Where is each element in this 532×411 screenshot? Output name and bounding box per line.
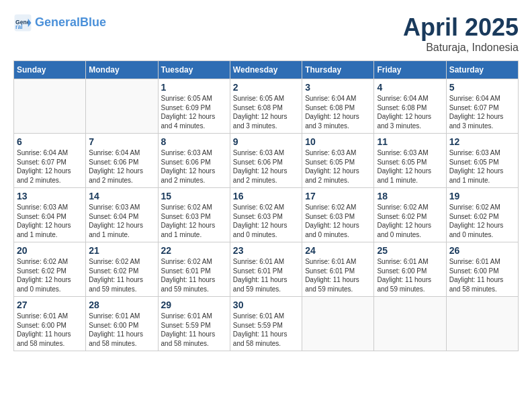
logo: Gene ral GeneralBlue bbox=[13, 13, 106, 32]
day-number: 12 bbox=[449, 136, 515, 147]
day-number: 23 bbox=[233, 245, 299, 256]
day-info: Sunrise: 6:04 AM Sunset: 6:07 PM Dayligh… bbox=[17, 148, 83, 185]
table-row: 5Sunrise: 6:04 AM Sunset: 6:07 PM Daylig… bbox=[446, 79, 518, 134]
table-row: 23Sunrise: 6:01 AM Sunset: 6:01 PM Dayli… bbox=[230, 242, 302, 297]
day-number: 10 bbox=[305, 136, 371, 147]
table-row: 20Sunrise: 6:02 AM Sunset: 6:02 PM Dayli… bbox=[14, 242, 86, 297]
table-row: 24Sunrise: 6:01 AM Sunset: 6:01 PM Dayli… bbox=[302, 242, 374, 297]
table-row: 27Sunrise: 6:01 AM Sunset: 6:00 PM Dayli… bbox=[14, 297, 86, 351]
logo-icon: Gene ral bbox=[13, 13, 32, 32]
day-number: 22 bbox=[161, 245, 227, 256]
table-row: 28Sunrise: 6:01 AM Sunset: 6:00 PM Dayli… bbox=[86, 297, 158, 351]
day-number: 17 bbox=[305, 191, 371, 201]
table-row: 17Sunrise: 6:02 AM Sunset: 6:03 PM Dayli… bbox=[302, 188, 374, 242]
header-monday: Monday bbox=[86, 61, 158, 79]
table-row: 12Sunrise: 6:03 AM Sunset: 6:05 PM Dayli… bbox=[446, 134, 518, 188]
day-number: 25 bbox=[377, 245, 443, 256]
table-row bbox=[14, 79, 86, 134]
day-info: Sunrise: 6:01 AM Sunset: 6:00 PM Dayligh… bbox=[377, 257, 443, 293]
day-info: Sunrise: 6:05 AM Sunset: 6:08 PM Dayligh… bbox=[233, 94, 299, 130]
header-sunday: Sunday bbox=[14, 61, 86, 79]
logo-line1: General bbox=[35, 15, 80, 29]
calendar-body: 1Sunrise: 6:05 AM Sunset: 6:09 PM Daylig… bbox=[14, 79, 519, 351]
calendar-header-row: Sunday Monday Tuesday Wednesday Thursday… bbox=[14, 61, 519, 79]
calendar-week-4: 20Sunrise: 6:02 AM Sunset: 6:02 PM Dayli… bbox=[14, 242, 519, 297]
table-row: 10Sunrise: 6:03 AM Sunset: 6:05 PM Dayli… bbox=[302, 134, 374, 188]
day-info: Sunrise: 6:01 AM Sunset: 5:59 PM Dayligh… bbox=[161, 312, 227, 348]
day-info: Sunrise: 6:03 AM Sunset: 6:04 PM Dayligh… bbox=[17, 203, 83, 239]
table-row: 6Sunrise: 6:04 AM Sunset: 6:07 PM Daylig… bbox=[14, 134, 86, 188]
day-number: 3 bbox=[305, 82, 371, 93]
day-number: 28 bbox=[89, 300, 154, 310]
day-number: 4 bbox=[377, 82, 443, 93]
table-row: 14Sunrise: 6:03 AM Sunset: 6:04 PM Dayli… bbox=[86, 188, 158, 242]
table-row: 3Sunrise: 6:04 AM Sunset: 6:08 PM Daylig… bbox=[302, 79, 374, 134]
table-row: 29Sunrise: 6:01 AM Sunset: 5:59 PM Dayli… bbox=[158, 297, 230, 351]
calendar-table: Sunday Monday Tuesday Wednesday Thursday… bbox=[13, 60, 519, 351]
day-number: 7 bbox=[89, 136, 154, 147]
day-info: Sunrise: 6:03 AM Sunset: 6:06 PM Dayligh… bbox=[233, 148, 299, 185]
month-title: April 2025 bbox=[403, 13, 519, 42]
table-row: 1Sunrise: 6:05 AM Sunset: 6:09 PM Daylig… bbox=[158, 79, 230, 134]
table-row: 16Sunrise: 6:02 AM Sunset: 6:03 PM Dayli… bbox=[230, 188, 302, 242]
day-number: 20 bbox=[17, 245, 83, 256]
day-info: Sunrise: 6:01 AM Sunset: 6:00 PM Dayligh… bbox=[17, 312, 83, 348]
day-info: Sunrise: 6:02 AM Sunset: 6:03 PM Dayligh… bbox=[161, 203, 227, 239]
day-info: Sunrise: 6:05 AM Sunset: 6:09 PM Dayligh… bbox=[161, 94, 227, 130]
day-info: Sunrise: 6:03 AM Sunset: 6:05 PM Dayligh… bbox=[377, 148, 443, 185]
header-wednesday: Wednesday bbox=[230, 61, 302, 79]
day-info: Sunrise: 6:01 AM Sunset: 6:00 PM Dayligh… bbox=[89, 312, 154, 348]
location-subtitle: Baturaja, Indonesia bbox=[403, 42, 519, 54]
day-info: Sunrise: 6:02 AM Sunset: 6:02 PM Dayligh… bbox=[449, 203, 515, 239]
table-row bbox=[86, 79, 158, 134]
day-info: Sunrise: 6:02 AM Sunset: 6:03 PM Dayligh… bbox=[233, 203, 299, 239]
day-number: 27 bbox=[17, 300, 83, 310]
svg-text:ral: ral bbox=[15, 24, 22, 30]
day-info: Sunrise: 6:01 AM Sunset: 6:01 PM Dayligh… bbox=[305, 257, 371, 293]
day-number: 29 bbox=[161, 300, 227, 310]
day-number: 18 bbox=[377, 191, 443, 201]
header-friday: Friday bbox=[374, 61, 446, 79]
calendar-week-3: 13Sunrise: 6:03 AM Sunset: 6:04 PM Dayli… bbox=[14, 188, 519, 242]
day-info: Sunrise: 6:03 AM Sunset: 6:05 PM Dayligh… bbox=[305, 148, 371, 185]
day-number: 19 bbox=[449, 191, 515, 201]
day-info: Sunrise: 6:02 AM Sunset: 6:01 PM Dayligh… bbox=[161, 257, 227, 293]
calendar-week-2: 6Sunrise: 6:04 AM Sunset: 6:07 PM Daylig… bbox=[14, 134, 519, 188]
day-info: Sunrise: 6:03 AM Sunset: 6:05 PM Dayligh… bbox=[449, 148, 515, 185]
table-row: 4Sunrise: 6:04 AM Sunset: 6:08 PM Daylig… bbox=[374, 79, 446, 134]
day-info: Sunrise: 6:04 AM Sunset: 6:08 PM Dayligh… bbox=[305, 94, 371, 130]
day-number: 2 bbox=[233, 82, 299, 93]
day-number: 8 bbox=[161, 136, 227, 147]
day-number: 1 bbox=[161, 82, 227, 93]
day-info: Sunrise: 6:03 AM Sunset: 6:06 PM Dayligh… bbox=[161, 148, 227, 185]
table-row bbox=[374, 297, 446, 351]
day-info: Sunrise: 6:02 AM Sunset: 6:02 PM Dayligh… bbox=[89, 257, 154, 293]
header-tuesday: Tuesday bbox=[158, 61, 230, 79]
day-info: Sunrise: 6:02 AM Sunset: 6:02 PM Dayligh… bbox=[17, 257, 83, 293]
day-number: 9 bbox=[233, 136, 299, 147]
table-row: 13Sunrise: 6:03 AM Sunset: 6:04 PM Dayli… bbox=[14, 188, 86, 242]
table-row: 11Sunrise: 6:03 AM Sunset: 6:05 PM Dayli… bbox=[374, 134, 446, 188]
day-info: Sunrise: 6:04 AM Sunset: 6:07 PM Dayligh… bbox=[449, 94, 515, 130]
day-number: 6 bbox=[17, 136, 83, 147]
day-info: Sunrise: 6:02 AM Sunset: 6:03 PM Dayligh… bbox=[305, 203, 371, 239]
table-row: 7Sunrise: 6:04 AM Sunset: 6:06 PM Daylig… bbox=[86, 134, 158, 188]
day-number: 11 bbox=[377, 136, 443, 147]
table-row: 2Sunrise: 6:05 AM Sunset: 6:08 PM Daylig… bbox=[230, 79, 302, 134]
table-row: 25Sunrise: 6:01 AM Sunset: 6:00 PM Dayli… bbox=[374, 242, 446, 297]
table-row: 22Sunrise: 6:02 AM Sunset: 6:01 PM Dayli… bbox=[158, 242, 230, 297]
day-number: 14 bbox=[89, 191, 154, 201]
table-row: 26Sunrise: 6:01 AM Sunset: 6:00 PM Dayli… bbox=[446, 242, 518, 297]
day-number: 5 bbox=[449, 82, 515, 93]
day-number: 15 bbox=[161, 191, 227, 201]
day-number: 16 bbox=[233, 191, 299, 201]
logo-line2: Blue bbox=[80, 15, 106, 29]
day-info: Sunrise: 6:01 AM Sunset: 6:01 PM Dayligh… bbox=[233, 257, 299, 293]
day-info: Sunrise: 6:03 AM Sunset: 6:04 PM Dayligh… bbox=[89, 203, 154, 239]
header-thursday: Thursday bbox=[302, 61, 374, 79]
table-row bbox=[302, 297, 374, 351]
table-row bbox=[446, 297, 518, 351]
table-row: 18Sunrise: 6:02 AM Sunset: 6:02 PM Dayli… bbox=[374, 188, 446, 242]
table-row: 9Sunrise: 6:03 AM Sunset: 6:06 PM Daylig… bbox=[230, 134, 302, 188]
day-number: 24 bbox=[305, 245, 371, 256]
